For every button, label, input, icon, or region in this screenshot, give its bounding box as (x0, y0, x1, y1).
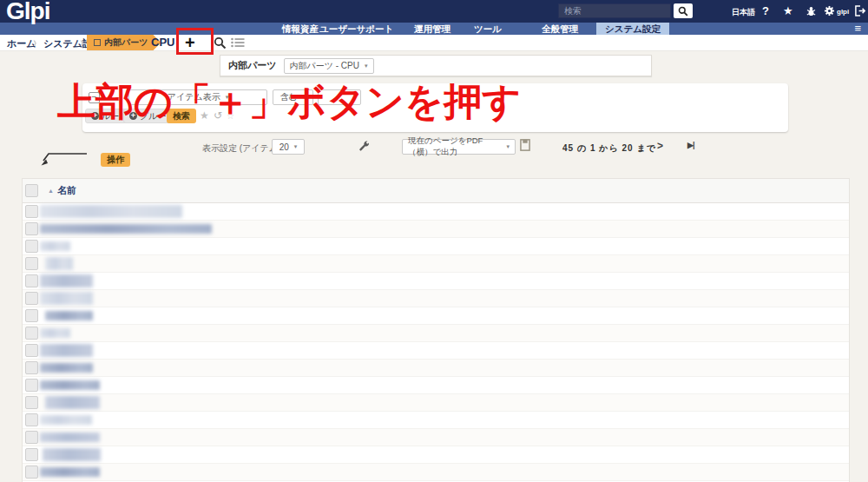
glpi-app: 日本語 ? ★ glpi Glpi 情報資産 ユーザーサポート 運用管理 ツール… (0, 0, 868, 482)
menu-tools[interactable]: ツール (474, 23, 502, 35)
row-checkbox[interactable] (25, 431, 38, 444)
menu-assets[interactable]: 情報資産 (282, 23, 319, 35)
redacted-name-cell (45, 257, 73, 270)
breadcrumb: ホーム › システム設定 › 内部パーツ CPU + (0, 35, 868, 51)
table-row (23, 203, 849, 221)
redacted-name-cell (40, 328, 70, 338)
global-search-input[interactable] (558, 3, 671, 18)
menu-helpdesk[interactable]: ユーザーサポート (319, 23, 393, 35)
menu-administration[interactable]: 全般管理 (542, 23, 578, 35)
redacted-name-cell (40, 467, 100, 477)
redacted-name-cell (40, 363, 93, 373)
topbar: 日本語 ? ★ glpi (0, 0, 868, 23)
table-row (23, 290, 849, 307)
redacted-name-cell (40, 241, 70, 251)
redacted-name-cell (40, 205, 182, 218)
export-dropdown-value: 現在のページをPDF（横）で出力 (408, 135, 501, 158)
massive-action-button[interactable]: 操作 (101, 153, 130, 167)
table-row (23, 221, 849, 238)
glpi-logo[interactable]: Glpi (6, 0, 49, 25)
redacted-name-cell (43, 448, 101, 461)
chevron-down-icon: ▾ (294, 143, 298, 150)
table-row (23, 360, 849, 377)
export-dropdown[interactable]: 現在のページをPDF（横）で出力 ▾ (402, 139, 516, 155)
chevron-right-icon: › (33, 34, 36, 50)
table-body (23, 203, 849, 482)
select-all-checkbox[interactable] (25, 184, 38, 197)
items-per-page-dropdown[interactable]: 20 ▾ (272, 139, 305, 155)
table-row (23, 273, 849, 290)
language-selector[interactable]: 日本語 (732, 7, 755, 18)
chevron-down-icon: ▾ (506, 143, 510, 150)
itemtype-label: 内部パーツ (228, 59, 277, 72)
row-checkbox[interactable] (25, 274, 38, 287)
table-row (23, 307, 849, 325)
bookmark-star-icon[interactable]: ★ (783, 4, 793, 17)
items-per-page-value: 20 (279, 142, 289, 152)
redacted-name-cell (40, 344, 93, 357)
export-save-icon[interactable] (520, 139, 530, 151)
column-header-name[interactable]: 名前 (57, 184, 76, 197)
global-search-button[interactable] (674, 3, 693, 18)
row-checkbox[interactable] (25, 344, 38, 357)
row-checkbox[interactable] (25, 240, 38, 253)
logout-icon[interactable] (854, 5, 866, 17)
row-checkbox[interactable] (25, 448, 38, 461)
list-mode-icon[interactable] (231, 37, 245, 48)
annotation-highlight-box (176, 28, 214, 55)
chevron-down-icon: ▾ (365, 63, 368, 69)
breadcrumb-current-cpu: CPU (151, 36, 174, 49)
last-page-icon[interactable]: ▶| (687, 141, 694, 149)
table-row (23, 446, 849, 464)
search-options-wrench-icon[interactable] (358, 140, 370, 152)
row-checkbox[interactable] (25, 465, 38, 479)
results-table: ▲ 名前 (22, 178, 850, 482)
row-checkbox[interactable] (25, 309, 38, 322)
table-row (23, 255, 849, 273)
table-header: ▲ 名前 (23, 179, 849, 203)
table-row (23, 325, 849, 342)
sort-asc-icon[interactable]: ▲ (48, 188, 54, 194)
hamburger-icon[interactable]: ≡ (854, 23, 861, 35)
settings-gear-icon[interactable] (824, 5, 835, 17)
row-checkbox[interactable] (25, 396, 38, 409)
redacted-name-cell (40, 380, 100, 390)
redacted-name-cell (45, 311, 93, 320)
row-checkbox[interactable] (25, 413, 38, 426)
row-checkbox[interactable] (25, 379, 38, 392)
redacted-name-cell (40, 432, 100, 442)
breadcrumb-devices-badge[interactable]: 内部パーツ (87, 35, 161, 50)
next-page-icon[interactable]: > (657, 140, 663, 152)
table-row (23, 377, 849, 394)
table-row (23, 342, 849, 360)
search-icon (678, 6, 688, 17)
redacted-name-cell (40, 415, 92, 425)
username[interactable]: glpi (837, 8, 849, 16)
menu-management[interactable]: 運用管理 (414, 23, 450, 35)
table-row (23, 394, 849, 412)
help-icon[interactable]: ? (762, 4, 769, 17)
breadcrumb-home[interactable]: ホーム (7, 37, 36, 50)
redacted-name-cell (45, 396, 100, 409)
row-checkbox[interactable] (25, 205, 38, 218)
redacted-name-cell (40, 292, 93, 305)
bug-icon[interactable] (806, 5, 817, 17)
menu-setup-active[interactable]: システム設定 (596, 23, 669, 35)
redacted-name-cell (40, 224, 212, 234)
search-mode-icon[interactable] (214, 36, 227, 50)
itemtype-dropdown[interactable]: 内部パーツ - CPU ▾ (284, 58, 374, 74)
redacted-name-cell (40, 274, 93, 287)
itemtype-selector-panel: 内部パーツ 内部パーツ - CPU ▾ (220, 55, 652, 76)
row-checkbox[interactable] (25, 222, 38, 235)
row-checkbox[interactable] (25, 327, 38, 340)
pagination-status: 45 の 1 から 20 まで (562, 142, 656, 155)
main-menu: 情報資産 ユーザーサポート 運用管理 ツール 全般管理 システム設定 ≡ (0, 23, 868, 35)
chevron-right-icon: › (80, 34, 83, 50)
itemtype-dropdown-value: 内部パーツ - CPU (290, 60, 359, 72)
table-row (23, 464, 849, 481)
table-row (23, 429, 849, 446)
row-checkbox[interactable] (25, 257, 38, 270)
massive-action-arrow-icon (36, 151, 90, 167)
row-checkbox[interactable] (25, 361, 38, 374)
row-checkbox[interactable] (25, 292, 38, 305)
